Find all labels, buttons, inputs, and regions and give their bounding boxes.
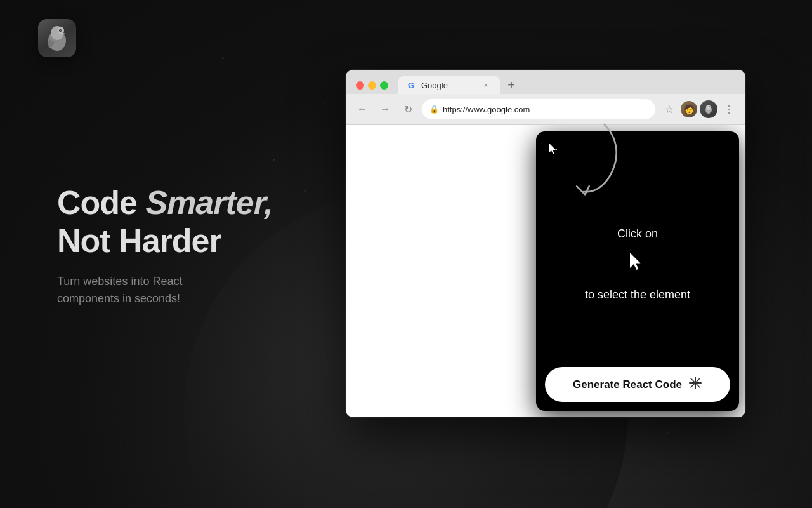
tab-title: Google xyxy=(421,81,448,90)
new-tab-button[interactable]: + xyxy=(502,76,520,94)
browser-window: G Google × + ← → ↻ 🔒 https://www.google.… xyxy=(346,70,745,417)
cursor-select-svg xyxy=(546,142,561,157)
forward-button[interactable]: → xyxy=(376,100,394,118)
click-on-label: Click on xyxy=(617,227,658,241)
url-text: https://www.google.com xyxy=(443,105,530,114)
panel-footer: Generate React Code xyxy=(536,358,739,411)
hero-section: Code Smarter, Not Harder Turn websites i… xyxy=(57,184,273,307)
active-tab[interactable]: G Google × xyxy=(398,76,500,94)
maximize-button[interactable] xyxy=(380,81,388,90)
extension-panel: Click on to select the element Generate … xyxy=(536,131,739,411)
tab-close-button[interactable]: × xyxy=(481,80,491,90)
bookmark-button[interactable]: ☆ xyxy=(660,100,678,118)
app-logo xyxy=(38,19,76,57)
logo-bird-svg xyxy=(44,24,70,52)
sparkle-icon xyxy=(688,376,702,390)
svg-point-9 xyxy=(709,106,710,107)
user-avatar[interactable]: 🧑 xyxy=(681,101,697,117)
hero-title: Code Smarter, Not Harder xyxy=(57,184,273,260)
svg-text:G: G xyxy=(408,81,414,90)
avatar-face: 🧑 xyxy=(684,104,695,114)
hero-line1: Code Smarter, xyxy=(57,184,273,221)
toolbar-right: ☆ 🧑 ⋮ xyxy=(660,100,738,118)
minimize-button[interactable] xyxy=(368,81,376,90)
large-cursor-svg xyxy=(626,251,649,274)
browser-toolbar: ← → ↻ 🔒 https://www.google.com ☆ 🧑 xyxy=(346,94,745,125)
svg-point-4 xyxy=(60,30,61,31)
select-element-label: to select the element xyxy=(585,288,690,302)
cursor-icon-large xyxy=(626,251,649,278)
logo-area xyxy=(38,19,76,57)
back-button[interactable]: ← xyxy=(353,100,371,118)
tab-favicon: G xyxy=(407,80,417,90)
close-button[interactable] xyxy=(356,81,364,90)
extension-avatar[interactable] xyxy=(700,100,717,118)
subtitle-line2: components in seconds! xyxy=(57,292,180,305)
generate-btn-label: Generate React Code xyxy=(573,378,682,391)
hero-line2: Not Harder xyxy=(57,222,221,259)
lock-icon: 🔒 xyxy=(429,105,439,114)
refresh-button[interactable]: ↻ xyxy=(399,100,417,118)
traffic-lights xyxy=(356,81,388,90)
hero-subtitle: Turn websites into React components in s… xyxy=(57,273,273,307)
browser-tabs: G Google × + xyxy=(346,70,745,94)
address-bar[interactable]: 🔒 https://www.google.com xyxy=(422,99,655,119)
panel-select-icon xyxy=(546,142,561,161)
subtitle-line1: Turn websites into React xyxy=(57,275,182,288)
generate-btn-icon xyxy=(688,376,702,393)
more-button[interactable]: ⋮ xyxy=(720,100,738,118)
browser-content: Click on to select the element Generate … xyxy=(346,125,745,417)
panel-header xyxy=(536,131,739,171)
generate-react-code-button[interactable]: Generate React Code xyxy=(545,367,730,402)
svg-rect-10 xyxy=(556,149,557,150)
extension-icon xyxy=(704,104,714,114)
panel-body: Click on to select the element xyxy=(536,171,739,358)
browser-chrome: G Google × + ← → ↻ 🔒 https://www.google.… xyxy=(346,70,745,125)
